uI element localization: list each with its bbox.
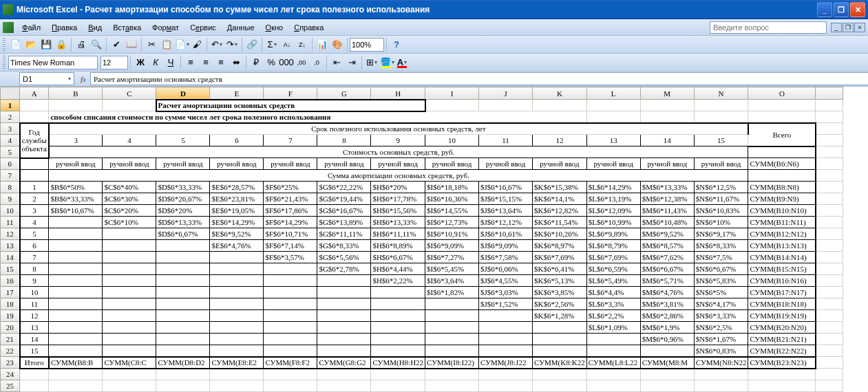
col-header[interactable]: M [640,87,694,100]
cell[interactable]: Срок полезного использования основных ср… [49,123,748,135]
cell[interactable] [156,298,210,310]
cell[interactable]: $M$6*6,67% [640,263,694,275]
row-header[interactable]: 17 [1,287,20,298]
cell[interactable] [317,345,371,357]
cell[interactable]: $D$6*13,33% [156,217,210,228]
cell[interactable]: $H$6*20% [371,182,425,193]
cell[interactable] [425,345,479,357]
drawing-button[interactable]: 🎨 [330,37,345,52]
cell[interactable] [533,334,587,345]
cell[interactable] [371,380,425,392]
cell[interactable]: $L$6*6,59% [586,263,640,275]
font-color-button[interactable]: A [394,55,410,70]
autosum-button[interactable]: Σ [264,37,279,52]
cell[interactable] [425,380,479,392]
cell[interactable]: $L$6*1,09% [586,322,640,334]
cell[interactable] [317,322,371,334]
print-preview-button[interactable]: 🔍 [89,37,104,52]
fx-icon[interactable]: fx [81,75,86,83]
underline-button[interactable]: Ч [163,55,178,70]
doc-restore-button[interactable]: ❐ [843,23,854,32]
menu-window[interactable]: Окно [260,21,289,34]
cell[interactable]: $J$6*12,12% [479,217,533,228]
cell[interactable]: 5 [156,135,210,146]
cell[interactable] [103,334,156,345]
cell[interactable]: $M$6*3,81% [640,298,694,310]
cell[interactable] [210,287,264,298]
cell[interactable] [156,380,210,392]
row-header[interactable]: 18 [1,298,20,310]
cell[interactable]: СУММ(B15:N15) [748,263,816,275]
cell[interactable]: $D$6*20% [156,205,210,217]
cell[interactable]: $J$6*3,03% [479,287,533,298]
permission-button[interactable]: 🔒 [54,37,69,52]
cell[interactable]: 7 [264,135,317,146]
cell[interactable] [425,334,479,345]
cell[interactable]: ручной ввод [317,158,371,170]
cell[interactable] [317,275,371,287]
select-all-corner[interactable] [1,87,20,100]
cut-button[interactable]: ✂ [144,37,159,52]
cell[interactable]: 12 [533,135,587,146]
menu-view[interactable]: Вид [83,21,107,34]
cell[interactable]: $J$6*13,64% [479,205,533,217]
cell[interactable] [49,310,103,322]
cell[interactable]: $F$6*17,86% [264,205,317,217]
cell[interactable]: $N$6*0,83% [694,345,748,357]
cell[interactable]: Итого [20,357,49,369]
row-header[interactable]: 9 [1,193,20,205]
cell[interactable]: $M$6*0,96% [640,334,694,345]
cell[interactable]: ручной ввод [640,158,694,170]
cell[interactable] [103,275,156,287]
cell[interactable] [425,369,479,380]
cell[interactable]: 3 [49,135,103,146]
row-header[interactable]: 15 [1,263,20,275]
cell[interactable]: $G$6*19,44% [317,193,371,205]
cell[interactable]: 9 [371,135,425,146]
cell[interactable]: ручной ввод [694,158,748,170]
cell[interactable] [317,287,371,298]
cell[interactable]: $F$6*7,14% [264,240,317,252]
cell[interactable]: $N$6*2,5% [694,322,748,334]
cell[interactable]: $I$6*9,09% [425,240,479,252]
cell[interactable] [816,380,843,392]
cell[interactable]: СУММ(B17:N17) [748,287,816,298]
cell[interactable]: $K$6*15,38% [533,182,587,193]
cell[interactable]: $C$6*20% [103,205,156,217]
cell[interactable] [103,228,156,240]
cell[interactable] [103,240,156,252]
cell[interactable]: $B$6*33,33% [49,193,103,205]
cell[interactable]: $N$6*12,5% [694,182,748,193]
cell[interactable]: $E$6*23,81% [210,193,264,205]
cell[interactable]: ручной ввод [425,158,479,170]
cell[interactable]: СУММ(I8:I22) [425,357,479,369]
cell[interactable] [371,322,425,334]
cell[interactable] [210,252,264,263]
cell[interactable] [694,369,748,380]
menu-format[interactable]: Формат [147,21,184,34]
cell[interactable]: $N$6*10% [694,217,748,228]
increase-indent-button[interactable]: ⇥ [344,55,359,70]
format-painter-button[interactable]: 🖌 [189,37,204,52]
cell[interactable] [748,380,816,392]
cell[interactable]: СУММ(B6:N6) [748,158,816,170]
cell[interactable]: $L$6*9,89% [586,228,640,240]
cell[interactable]: СУММ(E8:E2 [210,357,264,369]
cell[interactable]: $G$6*5,56% [317,252,371,263]
cell[interactable] [264,322,317,334]
cell[interactable]: $E$6*28,57% [210,182,264,193]
help-button[interactable]: ? [389,37,404,52]
row-header[interactable]: 11 [1,217,20,228]
row-header[interactable]: 25 [1,380,20,392]
copy-button[interactable]: 📋 [159,37,174,52]
cell[interactable]: 3 [20,205,49,217]
row-header[interactable]: 24 [1,369,20,380]
align-center-button[interactable]: ≡ [198,55,213,70]
cell[interactable]: $J$6*16,67% [479,182,533,193]
doc-minimize-button[interactable]: _ [831,23,842,32]
cell[interactable] [371,287,425,298]
currency-button[interactable]: ₽ [248,55,264,70]
cell[interactable]: СУММ(B22:N22) [748,345,816,357]
cell[interactable]: $J$6*10,61% [479,228,533,240]
cell[interactable] [210,298,264,310]
